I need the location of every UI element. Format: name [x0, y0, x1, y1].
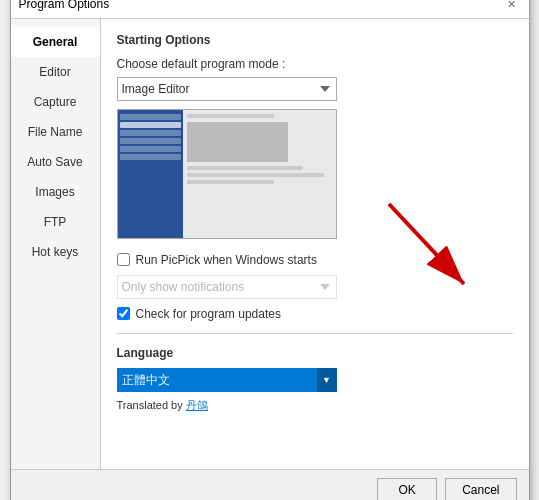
sidebar-item-general[interactable]: General: [11, 27, 100, 57]
sidebar-item-capture[interactable]: Capture: [11, 87, 100, 117]
title-bar: Program Options ×: [11, 0, 529, 19]
mock-item-2: [120, 122, 181, 128]
mode-select[interactable]: Image Editor Screen Capture Color Picker: [117, 77, 337, 101]
preview-content: [183, 110, 336, 238]
check-updates-checkbox[interactable]: [117, 307, 130, 320]
svg-line-1: [389, 204, 464, 284]
run-on-startup-checkbox[interactable]: [117, 253, 130, 266]
mock-img: [187, 122, 288, 162]
program-options-dialog: Program Options × General Editor Capture…: [10, 0, 530, 500]
sidebar-item-filename[interactable]: File Name: [11, 117, 100, 147]
check-updates-row: Check for program updates: [117, 307, 513, 321]
bottom-bar: OK Cancel: [11, 469, 529, 501]
mock-item-1: [120, 114, 181, 120]
mock-line-4: [187, 180, 274, 184]
language-title: Language: [117, 346, 513, 360]
mock-item-3: [120, 130, 181, 136]
run-on-startup-row: Run PicPick when Windows starts: [117, 253, 513, 267]
mock-line-3: [187, 173, 324, 177]
notification-select-wrapper: Only show notifications Open full app: [117, 275, 337, 299]
mode-select-wrapper: Image Editor Screen Capture Color Picker: [117, 77, 337, 101]
mock-line-2: [187, 166, 303, 170]
sidebar-item-autosave[interactable]: Auto Save: [11, 147, 100, 177]
translated-by: Translated by 丹鴿: [117, 398, 513, 413]
notification-select: Only show notifications Open full app: [117, 275, 337, 299]
dialog-title: Program Options: [19, 0, 110, 11]
ok-button[interactable]: OK: [377, 478, 437, 501]
translator-link[interactable]: 丹鴿: [186, 399, 208, 411]
language-select-wrapper: 正體中文 English 日本語 한국어: [117, 368, 337, 392]
sidebar-item-images[interactable]: Images: [11, 177, 100, 207]
dialog-body: General Editor Capture File Name Auto Sa…: [11, 19, 529, 469]
cancel-button[interactable]: Cancel: [445, 478, 516, 501]
sidebar-item-ftp[interactable]: FTP: [11, 207, 100, 237]
mock-item-4: [120, 138, 181, 144]
preview-sidebar: [118, 110, 183, 238]
sidebar: General Editor Capture File Name Auto Sa…: [11, 19, 101, 469]
mock-item-5: [120, 146, 181, 152]
close-button[interactable]: ×: [503, 0, 521, 13]
sidebar-item-hotkeys[interactable]: Hot keys: [11, 237, 100, 267]
translated-by-label: Translated by: [117, 399, 183, 411]
mock-line-1: [187, 114, 274, 118]
run-on-startup-label: Run PicPick when Windows starts: [136, 253, 317, 267]
language-select[interactable]: 正體中文 English 日本語 한국어: [117, 368, 337, 392]
choose-mode-label: Choose default program mode :: [117, 57, 513, 71]
content-area: Starting Options Choose default program …: [101, 19, 529, 469]
check-updates-label: Check for program updates: [136, 307, 281, 321]
mode-preview: [117, 109, 337, 239]
sidebar-item-editor[interactable]: Editor: [11, 57, 100, 87]
mock-item-6: [120, 154, 181, 160]
starting-options-title: Starting Options: [117, 33, 513, 47]
section-divider: [117, 333, 513, 334]
